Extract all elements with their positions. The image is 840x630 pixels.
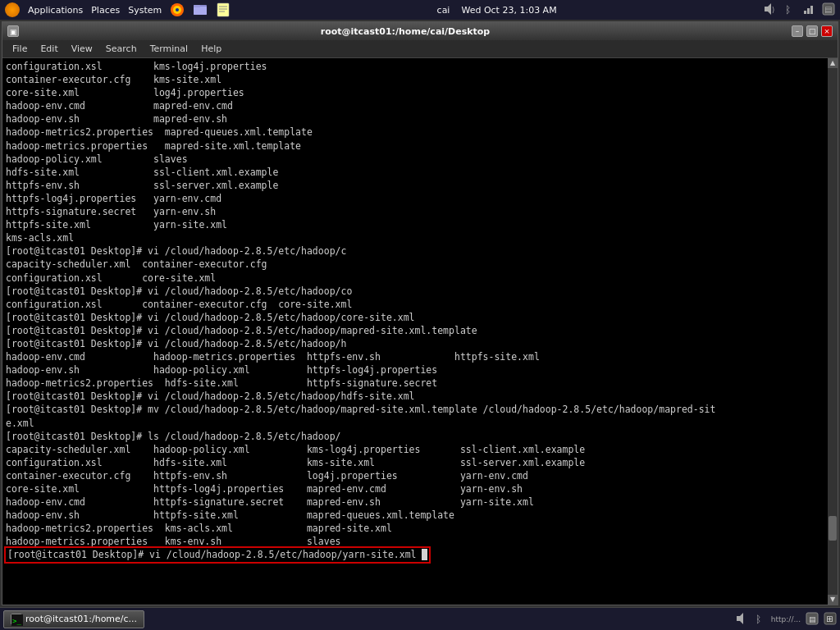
svg-marker-10 (765, 3, 771, 15)
svg-rect-5 (194, 5, 200, 7)
menu-file[interactable]: File (6, 42, 34, 56)
window-icon: ▣ (7, 25, 19, 37)
taskbar-bluetooth-icon[interactable]: ᛒ (753, 612, 766, 627)
taskbar-right: ᛒ http://... ▤ ⊞ (735, 612, 837, 627)
menu-bar: File Edit View Search Terminal Help (2, 40, 838, 58)
system-bar-center: cai Wed Oct 23, 1:03 AM (437, 5, 557, 16)
svg-text:▤: ▤ (824, 5, 832, 14)
username: cai (437, 5, 450, 16)
terminal-output[interactable]: configuration.xsl kms-log4j.properties c… (2, 58, 828, 605)
svg-rect-15 (810, 6, 813, 14)
menu-terminal[interactable]: Terminal (144, 42, 195, 56)
scrollbar-track[interactable] (828, 68, 838, 595)
window-title: root@itcast01:/home/cai/Desktop (19, 26, 792, 37)
taskbar-network-label: http://... (771, 615, 801, 623)
taskbar-extra-icon[interactable]: ▤ (806, 612, 819, 627)
svg-text:): ) (772, 7, 774, 14)
scrollbar-down[interactable]: ▼ (828, 595, 838, 605)
system-bar: Applications Places System cai Wed Oct 2… (0, 0, 840, 20)
scrollbar-up[interactable]: ▲ (828, 58, 838, 68)
scrollbar[interactable]: ▲ ▼ (828, 58, 838, 605)
menu-edit[interactable]: Edit (34, 42, 64, 56)
taskbar: >_ root@itcast01:/home/c... ᛒ http://...… (0, 607, 840, 630)
svg-rect-13 (804, 11, 806, 14)
taskbar-terminal-label: root@itcast01:/home/c... (25, 614, 137, 624)
taskbar-tray-icon2[interactable]: ⊞ (824, 612, 837, 627)
places-menu[interactable]: Places (91, 5, 120, 16)
minimize-button[interactable]: – (792, 25, 803, 37)
svg-rect-14 (807, 8, 810, 14)
system-menu[interactable]: System (128, 5, 162, 16)
terminal-container[interactable]: configuration.xsl kms-log4j.properties c… (2, 58, 838, 605)
close-button[interactable]: × (821, 25, 833, 37)
title-bar: ▣ root@itcast01:/home/cai/Desktop – □ × (2, 22, 838, 40)
svg-point-2 (176, 8, 179, 11)
svg-marker-20 (737, 613, 743, 624)
svg-rect-6 (217, 3, 229, 16)
svg-text:⊞: ⊞ (826, 614, 833, 623)
svg-text:▤: ▤ (809, 615, 816, 623)
datetime: Wed Oct 23, 1:03 AM (461, 5, 556, 16)
svg-text:>_: >_ (12, 617, 21, 625)
terminal-window: ▣ root@itcast01:/home/cai/Desktop – □ × … (2, 21, 838, 605)
svg-text:ᛒ: ᛒ (756, 614, 761, 625)
svg-rect-4 (194, 7, 207, 15)
texteditor-icon[interactable] (216, 2, 231, 17)
maximize-button[interactable]: □ (806, 25, 818, 37)
system-bar-left: Applications Places System (5, 2, 231, 17)
network-icon[interactable] (802, 2, 815, 18)
system-bar-right: ) ᛒ ▤ (763, 2, 835, 18)
volume-icon[interactable]: ) (763, 2, 776, 18)
taskbar-volume-icon[interactable] (735, 612, 748, 627)
menu-search[interactable]: Search (99, 42, 144, 56)
firefox-icon[interactable] (170, 2, 185, 17)
tray-icon[interactable]: ▤ (822, 2, 835, 18)
svg-text:ᛒ: ᛒ (785, 4, 791, 16)
filemanager-icon[interactable] (193, 2, 208, 17)
menu-help[interactable]: Help (194, 42, 228, 56)
scrollbar-thumb[interactable] (829, 516, 837, 541)
taskbar-terminal-item[interactable]: >_ root@itcast01:/home/c... (3, 610, 144, 628)
taskbar-terminal-icon: >_ (11, 614, 22, 625)
distro-icon (5, 2, 20, 17)
window-controls: – □ × (792, 25, 833, 37)
bluetooth-icon[interactable]: ᛒ (783, 2, 796, 18)
applications-menu[interactable]: Applications (28, 5, 83, 16)
menu-view[interactable]: View (65, 42, 99, 56)
